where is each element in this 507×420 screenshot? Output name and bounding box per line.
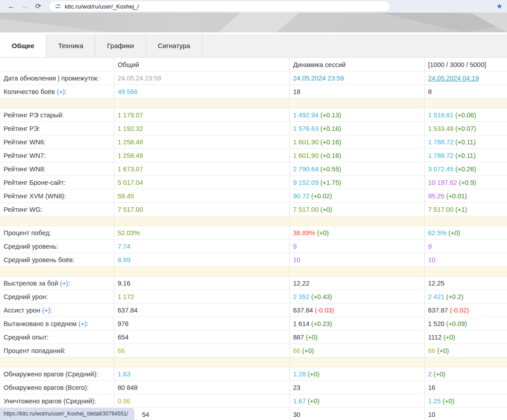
stat-delta: (+0) xyxy=(443,398,454,405)
stat-value: 1.67 xyxy=(293,398,306,405)
detail-date-link[interactable]: 24.05.2024 04:19 xyxy=(428,75,479,82)
table-row: Рейтинг WN6:1 258.481 601.90 (+0.16)1 78… xyxy=(0,135,507,149)
banner-facet xyxy=(0,13,112,32)
stat-value-cell: 38.89% (+0) xyxy=(289,226,424,240)
stat-value: 30 xyxy=(293,411,301,418)
stat-value: 1 576.63 xyxy=(293,125,319,132)
stat-delta: (+0) xyxy=(317,229,329,237)
stat-delta: (+0.16) xyxy=(320,125,341,132)
stat-value: 66 xyxy=(428,347,435,354)
table-row: Выстрелов за бой (+):9.1612.2212.25 xyxy=(0,277,507,290)
header-empty xyxy=(0,58,114,71)
stat-value: 1.28 xyxy=(293,371,306,378)
row-label: Выстрелов за бой (+): xyxy=(0,277,114,290)
stat-value-cell: 9 152.09 (+1.75) xyxy=(289,176,424,189)
stat-value: 2 790.64 xyxy=(293,165,319,173)
row-label: Процент попаданий: xyxy=(0,344,114,357)
stat-value: 887 xyxy=(293,334,304,341)
stat-value: 1.63 xyxy=(118,371,130,378)
table-row: Рейтинг WN8:1 673.072 790.64 (+0.55)3 07… xyxy=(0,162,507,176)
stat-value-cell: 12.22 xyxy=(289,277,424,290)
row-label: Процент побед: xyxy=(0,226,114,240)
stat-value: 1 520 xyxy=(428,320,444,327)
stats-table: Общий Динамика сессий [1000 / 3000 / 500… xyxy=(0,58,507,420)
stat-value: 2 421 xyxy=(428,293,444,300)
stat-value-cell: 637.84 (-0.03) xyxy=(289,304,424,317)
stat-value: 5 017.04 xyxy=(118,179,143,186)
separator-cell xyxy=(424,357,507,367)
stat-value: 10 xyxy=(428,256,435,264)
table-row: Рейтинг WN7:1 258.481 601.90 (+0.16)1 78… xyxy=(0,149,507,162)
stat-delta: (+0.02) xyxy=(311,192,332,200)
table-row: Рейтинг WG:7 517.007 517.00 (+0)7 517.00… xyxy=(0,203,507,216)
stat-delta: (+0.11) xyxy=(455,139,476,146)
stat-value-cell: 16 xyxy=(424,381,507,394)
stat-value-cell: 887 (+0) xyxy=(289,331,424,344)
table-row: Средний уровень боёв:8.991010 xyxy=(0,253,507,267)
forward-icon[interactable]: → xyxy=(18,0,31,13)
stat-value: 16 xyxy=(428,384,435,391)
stat-delta: (+0) xyxy=(308,398,319,405)
stat-value: 9 152.09 xyxy=(293,179,319,186)
expand-plus-link[interactable]: (+) xyxy=(78,320,86,327)
stat-delta: (+0) xyxy=(302,347,314,354)
tab-signatura[interactable]: Сигнатура xyxy=(146,34,202,57)
stat-value-cell: 0.96 xyxy=(114,394,289,408)
stat-delta: (+0) xyxy=(449,229,460,237)
stat-value: 54 xyxy=(142,411,149,418)
stat-delta: (+0.01) xyxy=(446,192,467,200)
stat-value: 637.84 xyxy=(118,307,138,314)
tab-tekhnika[interactable]: Техника xyxy=(46,34,95,57)
stat-value: 10 xyxy=(293,256,301,264)
site-settings-icon[interactable] xyxy=(55,3,61,9)
stat-value: 7 517.00 xyxy=(428,206,453,213)
separator-cell xyxy=(114,98,289,108)
stat-value-cell: 2 421 (+0.2) xyxy=(424,290,507,304)
stat-value-cell: 3 072.45 (+0.26) xyxy=(424,162,507,176)
stat-delta: (+0.55) xyxy=(320,165,341,173)
table-row: Рейтинг XVM (WN8):59.4590.72 (+0.02)95.2… xyxy=(0,189,507,203)
header-1000-3000-5000-link[interactable]: [1000 / 3000 / 5000] xyxy=(424,58,507,71)
bookmark-star-icon[interactable]: ★ xyxy=(497,0,503,13)
stat-delta: (+0) xyxy=(437,347,449,354)
stat-value-cell: 1 172 xyxy=(114,290,289,304)
stat-value-cell: 52.03% xyxy=(114,226,289,240)
stat-value-cell: 1 533.48 (+0.07) xyxy=(424,122,507,135)
expand-plus-link[interactable]: (+) xyxy=(42,307,50,314)
stat-value: 95.25 xyxy=(428,192,444,200)
stat-value-cell: 1 492.94 (+0.13) xyxy=(289,108,424,122)
stat-value-cell: 12.25 xyxy=(424,277,507,290)
stat-value: 66 xyxy=(118,347,125,354)
status-bar-url: https://kttc.ru/wot/ru/user/_Koshej_/det… xyxy=(0,408,135,420)
separator-cell xyxy=(0,98,114,108)
expand-plus-link[interactable]: (+) xyxy=(57,88,65,95)
stat-value: 1 601.90 xyxy=(293,139,319,146)
separator-row xyxy=(0,98,507,108)
row-label: Количество боёв (+): xyxy=(0,85,114,98)
row-label: Обнаружено врагов (Средний): xyxy=(0,367,114,381)
tab-grafiki[interactable]: Графики xyxy=(95,34,146,57)
stat-value: 9 xyxy=(428,243,432,250)
stat-value: 1 533.48 xyxy=(428,125,453,132)
stat-value-cell: 62.5% (+0) xyxy=(424,226,507,240)
expand-plus-link[interactable]: (+) xyxy=(60,280,68,287)
separator-cell xyxy=(0,357,114,367)
back-icon[interactable]: ← xyxy=(4,0,18,13)
table-row: Средний опыт:654887 (+0)1112 (+0) xyxy=(0,331,507,344)
reload-icon[interactable]: ⟳ xyxy=(31,0,45,13)
row-label: Рейтинг WN8: xyxy=(0,162,114,176)
row-label: Рейтинг РЭ: xyxy=(0,122,114,135)
tab-obshchee[interactable]: Общее xyxy=(0,34,46,57)
stat-value: 976 xyxy=(118,320,129,327)
stat-value: 8 xyxy=(428,88,432,95)
table-row: Обнаружено врагов (Всего):80 8482316 xyxy=(0,381,507,394)
stat-value: 1 172 xyxy=(118,293,134,300)
stat-value: 59.45 xyxy=(118,192,134,200)
header-obshchiy: Общий xyxy=(114,58,289,71)
stat-value-cell: 8.99 xyxy=(114,253,289,267)
stat-delta: (+0.43) xyxy=(311,293,332,300)
stat-value-cell: 1 601.90 (+0.16) xyxy=(289,135,424,149)
url-bar[interactable]: kttc.ru/wot/ru/user/_Koshej_/ xyxy=(49,1,390,11)
table-header-row: Общий Динамика сессий [1000 / 3000 / 500… xyxy=(0,58,507,71)
stat-value-cell: 1 179.07 xyxy=(114,108,289,122)
